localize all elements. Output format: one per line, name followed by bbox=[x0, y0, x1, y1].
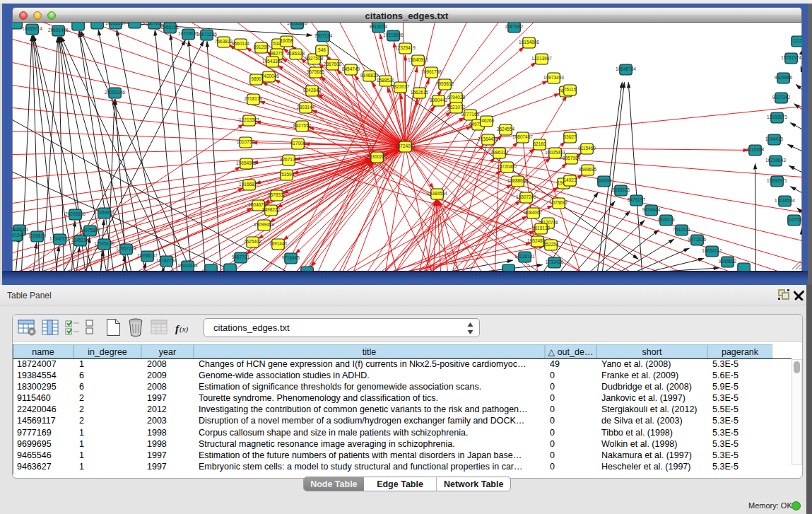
svg-text:746266: 746266 bbox=[478, 118, 494, 123]
svg-text:9227342: 9227342 bbox=[772, 95, 790, 100]
svg-text:2935114: 2935114 bbox=[657, 217, 675, 222]
svg-text:5578332: 5578332 bbox=[267, 192, 286, 197]
svg-text:9890: 9890 bbox=[251, 76, 261, 81]
svg-text:20053346: 20053346 bbox=[105, 90, 125, 95]
svg-text:12213383: 12213383 bbox=[239, 117, 259, 122]
svg-text:17957273: 17957273 bbox=[116, 246, 136, 251]
svg-text:8938923: 8938923 bbox=[611, 187, 630, 192]
svg-text:14055714: 14055714 bbox=[22, 26, 42, 31]
svg-text:12505135: 12505135 bbox=[94, 241, 114, 246]
svg-text:9474444: 9474444 bbox=[642, 207, 660, 212]
svg-text:1145194: 1145194 bbox=[71, 238, 89, 243]
svg-text:10543382: 10543382 bbox=[262, 59, 283, 64]
svg-text:18724007: 18724007 bbox=[395, 144, 416, 148]
svg-text:2687682: 2687682 bbox=[505, 24, 523, 29]
svg-text:9327508: 9327508 bbox=[305, 56, 323, 61]
svg-text:17016504: 17016504 bbox=[775, 198, 795, 203]
svg-text:10961758: 10961758 bbox=[421, 69, 442, 74]
svg-text:10648784: 10648784 bbox=[616, 66, 636, 71]
svg-text:8813054: 8813054 bbox=[369, 24, 387, 29]
svg-text:12213967: 12213967 bbox=[531, 56, 552, 61]
svg-text:546: 546 bbox=[318, 47, 326, 52]
svg-text:7632621: 7632621 bbox=[672, 227, 690, 232]
svg-text:5322037: 5322037 bbox=[391, 84, 409, 89]
svg-text:9329966: 9329966 bbox=[774, 75, 792, 80]
svg-text:7663822: 7663822 bbox=[214, 39, 233, 44]
svg-text:417006: 417006 bbox=[290, 141, 305, 146]
svg-text:14136141: 14136141 bbox=[514, 254, 535, 259]
svg-text:3624554: 3624554 bbox=[496, 127, 514, 132]
svg-text:1010755: 1010755 bbox=[236, 139, 254, 144]
svg-text:6479197: 6479197 bbox=[627, 197, 645, 202]
svg-text:7986322: 7986322 bbox=[490, 150, 508, 155]
svg-text:3215958: 3215958 bbox=[746, 147, 764, 152]
svg-text:1156829: 1156829 bbox=[28, 233, 46, 238]
svg-text:7955812: 7955812 bbox=[435, 81, 454, 86]
svg-text:1588520: 1588520 bbox=[376, 78, 394, 83]
svg-text:19654985: 19654985 bbox=[236, 160, 257, 165]
svg-text:8990443: 8990443 bbox=[429, 98, 447, 103]
svg-text:1244415: 1244415 bbox=[765, 136, 783, 141]
svg-text:3498222: 3498222 bbox=[261, 207, 280, 212]
svg-text:16210643: 16210643 bbox=[765, 158, 786, 163]
svg-text:9716485: 9716485 bbox=[281, 255, 300, 260]
svg-text:62160: 62160 bbox=[533, 141, 546, 146]
svg-text:2803144: 2803144 bbox=[296, 105, 314, 110]
svg-text:19166827: 19166827 bbox=[239, 182, 259, 187]
svg-text:10654112: 10654112 bbox=[702, 248, 722, 253]
svg-text:1075692: 1075692 bbox=[549, 200, 567, 205]
svg-text:15751074: 15751074 bbox=[781, 55, 801, 60]
svg-text:15692971: 15692971 bbox=[767, 178, 787, 183]
svg-text:20975867: 20975867 bbox=[80, 228, 100, 233]
svg-text:1112: 1112 bbox=[792, 38, 801, 43]
svg-text:19099489: 19099489 bbox=[254, 222, 274, 227]
svg-text:8471826: 8471826 bbox=[688, 237, 706, 242]
svg-text:6794028: 6794028 bbox=[447, 95, 465, 100]
svg-text:16058: 16058 bbox=[280, 38, 293, 43]
svg-text:(x): (x) bbox=[180, 325, 189, 334]
svg-text:11923448: 11923448 bbox=[177, 263, 198, 268]
svg-text:116753: 116753 bbox=[786, 217, 801, 222]
svg-text:10688609: 10688609 bbox=[507, 178, 528, 183]
svg-text:9699695: 9699695 bbox=[578, 167, 596, 172]
svg-text:9777169: 9777169 bbox=[461, 112, 479, 117]
svg-text:25300285: 25300285 bbox=[367, 154, 387, 159]
svg-text:9457791: 9457791 bbox=[231, 255, 249, 259]
svg-text:753594: 753594 bbox=[278, 172, 294, 177]
svg-text:8454749: 8454749 bbox=[341, 66, 360, 71]
svg-text:1691440: 1691440 bbox=[269, 241, 287, 246]
svg-text:10655287: 10655287 bbox=[105, 23, 126, 25]
svg-text:19384554: 19384554 bbox=[427, 191, 447, 196]
svg-text:14923: 14923 bbox=[563, 177, 576, 182]
svg-text:9957984: 9957984 bbox=[562, 156, 580, 160]
svg-text:39154: 39154 bbox=[12, 233, 23, 238]
svg-text:15640910: 15640910 bbox=[408, 57, 428, 62]
svg-text:1562615: 1562615 bbox=[410, 90, 428, 95]
svg-text:891295: 891295 bbox=[253, 45, 269, 49]
svg-text:10025433: 10025433 bbox=[545, 150, 565, 155]
svg-text:1733426: 1733426 bbox=[545, 259, 563, 264]
svg-text:12093873: 12093873 bbox=[767, 115, 787, 119]
svg-text:8427552: 8427552 bbox=[293, 123, 311, 128]
svg-text:10973493: 10973493 bbox=[543, 75, 564, 80]
svg-text:10719155: 10719155 bbox=[178, 31, 199, 36]
svg-text:9115460: 9115460 bbox=[578, 146, 596, 151]
svg-text:12342737: 12342737 bbox=[49, 236, 70, 241]
svg-text:7357224: 7357224 bbox=[314, 33, 332, 38]
svg-text:9242848: 9242848 bbox=[302, 88, 321, 93]
svg-text:20691406: 20691406 bbox=[48, 28, 69, 33]
svg-text:9084067: 9084067 bbox=[524, 210, 542, 215]
svg-text:15720407: 15720407 bbox=[497, 164, 517, 169]
svg-text:20206536: 20206536 bbox=[65, 211, 86, 216]
svg-text:16671355: 16671355 bbox=[196, 32, 217, 37]
svg-text:1615132: 1615132 bbox=[531, 226, 550, 230]
svg-text:164095: 164095 bbox=[596, 178, 611, 183]
svg-text:53627: 53627 bbox=[563, 134, 576, 139]
svg-text:8660124: 8660124 bbox=[231, 41, 249, 46]
svg-text:3675685: 3675685 bbox=[306, 69, 324, 74]
svg-text:9245682: 9245682 bbox=[718, 259, 736, 264]
svg-text:16033809: 16033809 bbox=[287, 23, 307, 25]
svg-text:1621072: 1621072 bbox=[447, 105, 465, 110]
svg-text:8186328: 8186328 bbox=[286, 51, 305, 56]
svg-text:12325419: 12325419 bbox=[395, 45, 416, 50]
